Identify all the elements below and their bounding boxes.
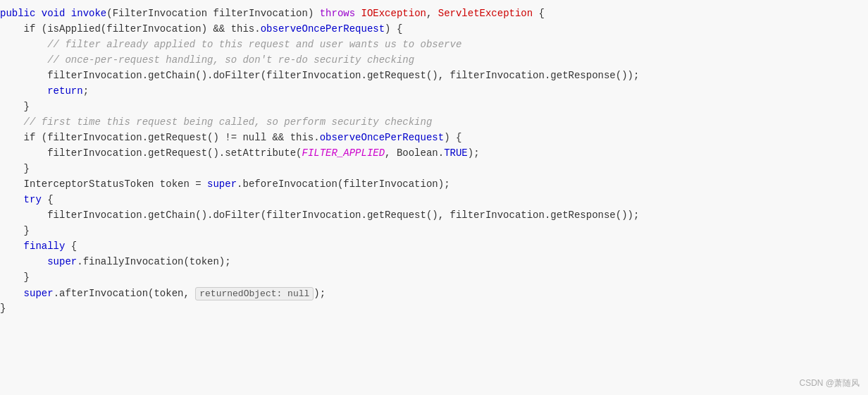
comment-1: // filter already applied to this reques… bbox=[0, 39, 461, 50]
keyword-finally: finally bbox=[24, 241, 66, 252]
const-true: TRUE bbox=[444, 147, 468, 159]
code-line-14: filterInvocation.getChain().doFilter(fil… bbox=[0, 209, 868, 224]
keyword-void: void bbox=[42, 8, 71, 19]
code-line-10: filterInvocation.getRequest().setAttribu… bbox=[0, 147, 868, 162]
field-observeOncePerRequest-1: observeOncePerRequest bbox=[261, 23, 385, 35]
code-line-5: filterInvocation.getChain().doFilter(fil… bbox=[0, 69, 868, 85]
code-line-17: super.finallyInvocation(token); bbox=[0, 255, 868, 271]
code-line-12: InterceptorStatusToken token = super.bef… bbox=[0, 178, 868, 193]
watermark: CSDN @萧随风 bbox=[799, 377, 860, 389]
code-line-19: super.afterInvocation(token, returnedObj… bbox=[0, 286, 868, 302]
code-line-15: } bbox=[0, 224, 868, 240]
field-observeOncePerRequest-2: observeOncePerRequest bbox=[320, 132, 444, 143]
exception-io: IOException bbox=[361, 8, 426, 19]
code-editor: public void invoke(FilterInvocation filt… bbox=[0, 0, 868, 395]
code-line-3: // filter already applied to this reques… bbox=[0, 38, 868, 54]
keyword-super-1: super bbox=[207, 178, 237, 190]
code-line-4: // once-per-request handling, so don't r… bbox=[0, 54, 868, 69]
keyword-super-3: super bbox=[24, 288, 54, 299]
code-line-7: } bbox=[0, 100, 868, 116]
code-doFilter-2: filterInvocation.getChain().doFilter(fil… bbox=[0, 209, 639, 221]
keyword-return: return bbox=[47, 85, 82, 97]
code-line-11: } bbox=[0, 162, 868, 178]
exception-servlet: ServletException bbox=[438, 8, 533, 19]
code-line-2: if (isApplied(filterInvocation) && this.… bbox=[0, 23, 868, 38]
comment-3: // first time this request being called,… bbox=[0, 116, 432, 128]
code-params: (FilterInvocation filterInvocation) bbox=[106, 8, 319, 19]
code-doFilter-1: filterInvocation.getChain().doFilter(fil… bbox=[0, 70, 639, 81]
code-line-13: try { bbox=[0, 193, 868, 209]
code-line-8: // first time this request being called,… bbox=[0, 116, 868, 131]
keyword-throws: throws bbox=[320, 8, 361, 19]
keyword-super-2: super bbox=[47, 256, 77, 267]
tooltip-returned-object: returnedObject: null bbox=[195, 287, 314, 300]
method-invoke: invoke bbox=[71, 8, 106, 19]
code-line-9: if (filterInvocation.getRequest() != nul… bbox=[0, 131, 868, 147]
comment-2: // once-per-request handling, so don't r… bbox=[0, 54, 414, 66]
keyword-public: public bbox=[0, 8, 42, 19]
const-filter-applied: FILTER_APPLIED bbox=[302, 147, 385, 159]
code-line-16: finally { bbox=[0, 240, 868, 255]
code-line-6: return; bbox=[0, 85, 868, 100]
keyword-try: try bbox=[24, 194, 42, 205]
code-line-20: } bbox=[0, 302, 868, 317]
code-line-18: } bbox=[0, 271, 868, 286]
code-line-1: public void invoke(FilterInvocation filt… bbox=[0, 7, 868, 23]
